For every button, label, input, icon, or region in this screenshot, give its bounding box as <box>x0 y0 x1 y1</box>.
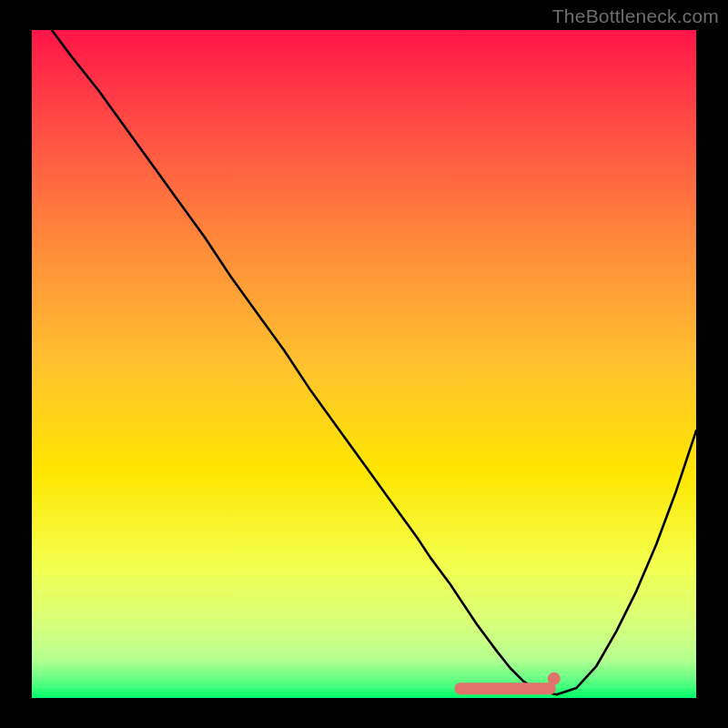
watermark-label: TheBottleneck.com <box>552 5 719 27</box>
quantization-band <box>32 614 696 616</box>
quantization-band <box>32 590 696 592</box>
quantization-band <box>32 674 696 676</box>
quantization-band <box>32 578 696 580</box>
quantization-band <box>32 662 696 663</box>
chart-frame: TheBottleneck.com <box>0 0 728 728</box>
quantization-band <box>32 638 696 640</box>
quantization-band <box>32 686 696 688</box>
quantization-band <box>32 650 696 652</box>
quantization-band <box>32 602 696 603</box>
plot-svg <box>32 30 696 698</box>
quantization-band <box>32 626 696 628</box>
optimal-end-dot <box>548 672 561 685</box>
gradient-rect <box>32 30 696 698</box>
plot-area <box>32 30 696 698</box>
